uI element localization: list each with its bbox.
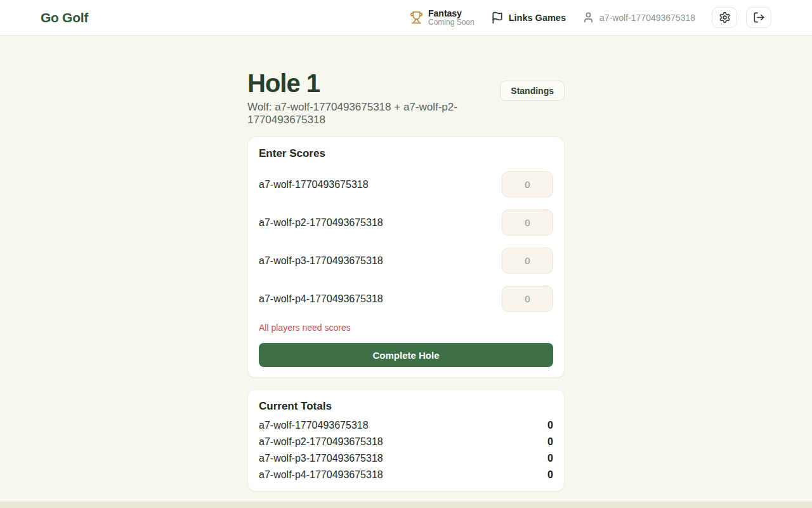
settings-button[interactable] bbox=[712, 7, 737, 28]
player-name: a7-wolf-1770493675318 bbox=[259, 179, 369, 190]
current-totals-title: Current Totals bbox=[259, 400, 553, 413]
fantasy-label: Fantasy bbox=[428, 8, 475, 18]
user-id-label: a7-wolf-1770493675318 bbox=[599, 13, 695, 23]
total-value: 0 bbox=[547, 420, 553, 431]
nav-item-links-games[interactable]: Links Games bbox=[491, 11, 566, 24]
page-title: Hole 1 bbox=[247, 69, 500, 98]
total-value: 0 bbox=[547, 469, 553, 481]
gear-icon bbox=[719, 11, 731, 23]
logout-button[interactable] bbox=[746, 7, 771, 28]
total-row: a7-wolf-p2-1770493675318 0 bbox=[259, 434, 553, 450]
score-row: a7-wolf-p4-1770493675318 bbox=[259, 286, 553, 312]
page-head: Hole 1 Wolf: a7-wolf-1770493675318 + a7-… bbox=[247, 69, 565, 126]
total-value: 0 bbox=[547, 436, 553, 448]
wolf-subtitle: Wolf: a7-wolf-1770493675318 + a7-wolf-p2… bbox=[247, 101, 500, 126]
trophy-icon bbox=[410, 11, 423, 24]
user-icon bbox=[582, 11, 594, 23]
score-rows: a7-wolf-1770493675318 a7-wolf-p2-1770493… bbox=[259, 171, 553, 312]
app-header: Go Golf Fantasy Coming Soon bbox=[0, 0, 812, 36]
page-head-text: Hole 1 Wolf: a7-wolf-1770493675318 + a7-… bbox=[247, 69, 500, 126]
score-input[interactable] bbox=[502, 248, 553, 274]
main-content: Hole 1 Wolf: a7-wolf-1770493675318 + a7-… bbox=[247, 36, 565, 491]
total-player-name: a7-wolf-p2-1770493675318 bbox=[259, 436, 383, 448]
enter-scores-card: Enter Scores a7-wolf-1770493675318 a7-wo… bbox=[247, 137, 565, 378]
score-input[interactable] bbox=[502, 210, 553, 236]
current-totals-card: Current Totals a7-wolf-1770493675318 0 a… bbox=[247, 389, 565, 491]
player-name: a7-wolf-p3-1770493675318 bbox=[259, 255, 383, 267]
standings-button[interactable]: Standings bbox=[500, 81, 565, 101]
logout-icon bbox=[753, 11, 765, 23]
user-chip[interactable]: a7-wolf-1770493675318 bbox=[582, 11, 695, 23]
player-name: a7-wolf-p4-1770493675318 bbox=[259, 293, 383, 305]
links-games-label: Links Games bbox=[509, 13, 566, 23]
score-input[interactable] bbox=[502, 171, 553, 197]
score-row: a7-wolf-p3-1770493675318 bbox=[259, 248, 553, 274]
player-name: a7-wolf-p2-1770493675318 bbox=[259, 217, 383, 229]
complete-hole-button[interactable]: Complete Hole bbox=[259, 343, 553, 367]
total-player-name: a7-wolf-p4-1770493675318 bbox=[259, 469, 383, 481]
app-logo[interactable]: Go Golf bbox=[41, 10, 88, 25]
total-value: 0 bbox=[547, 453, 553, 464]
fantasy-coming-soon-label: Coming Soon bbox=[428, 18, 475, 27]
flag-icon bbox=[491, 11, 504, 24]
validation-error: All players need scores bbox=[259, 323, 553, 333]
total-row: a7-wolf-1770493675318 0 bbox=[259, 417, 553, 434]
totals-rows: a7-wolf-1770493675318 0 a7-wolf-p2-17704… bbox=[259, 417, 553, 483]
score-row: a7-wolf-1770493675318 bbox=[259, 171, 553, 197]
total-row: a7-wolf-p3-1770493675318 0 bbox=[259, 450, 553, 467]
enter-scores-title: Enter Scores bbox=[259, 147, 553, 160]
nav-item-fantasy[interactable]: Fantasy Coming Soon bbox=[410, 8, 475, 27]
fantasy-text: Fantasy Coming Soon bbox=[428, 8, 475, 27]
score-input[interactable] bbox=[502, 286, 553, 312]
header-nav: Fantasy Coming Soon Links Games a7-wolf-… bbox=[410, 7, 771, 28]
total-player-name: a7-wolf-p3-1770493675318 bbox=[259, 453, 383, 464]
total-player-name: a7-wolf-1770493675318 bbox=[259, 420, 369, 431]
bottom-scroll-strip[interactable] bbox=[0, 502, 812, 508]
total-row: a7-wolf-p4-1770493675318 0 bbox=[259, 467, 553, 483]
score-row: a7-wolf-p2-1770493675318 bbox=[259, 210, 553, 236]
